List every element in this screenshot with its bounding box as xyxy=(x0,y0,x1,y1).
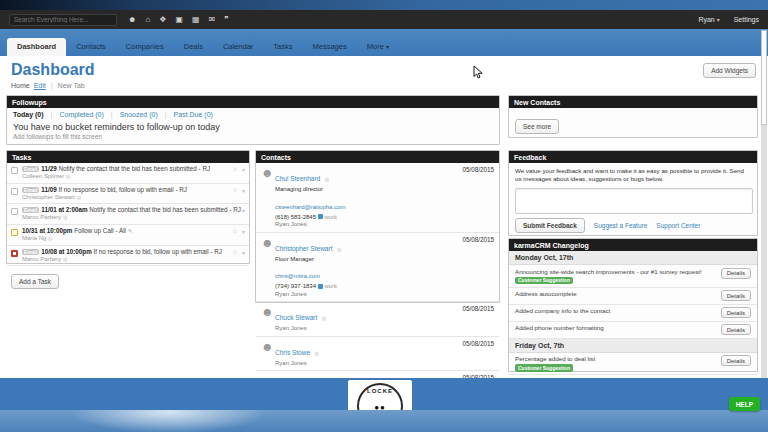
followups-tab-snoozed[interactable]: Snoozed (0) xyxy=(120,111,158,118)
contacts-panel: Contacts ☻ Chul Steenhard ◎ Managing dir… xyxy=(255,150,500,303)
changelog-entry: Added company info to the contact Detail… xyxy=(509,305,757,322)
briefcase-icon[interactable]: ▣ xyxy=(175,16,183,24)
breadcrumb: HomeEdit|New Tab xyxy=(11,82,85,89)
chevron-down-icon: ▾ xyxy=(717,17,720,23)
contact-email-link[interactable]: csteenhard@ratiopha.com xyxy=(275,204,345,210)
contact-row[interactable]: ☻ Chul Steenhard ◎ Managing director cst… xyxy=(256,163,499,233)
tab-messages[interactable]: Messages xyxy=(303,38,357,56)
customer-suggestion-badge: Customer Suggestion xyxy=(515,364,573,372)
feedback-panel: Feedback We value your feedback and want… xyxy=(508,150,758,236)
person-icon[interactable]: ☻ xyxy=(128,16,136,24)
chevron-down-icon[interactable]: ▾ xyxy=(242,166,245,173)
scrollbar-thumb[interactable] xyxy=(761,30,767,125)
task-assignee: Marco Parbery xyxy=(22,256,61,262)
contact-name-link[interactable]: Christopher Stewart xyxy=(275,245,332,252)
chat-icon[interactable]: ❞ xyxy=(224,16,228,24)
deals-icon[interactable]: ❖ xyxy=(159,16,166,24)
customer-suggestion-badge: Customer Suggestion xyxy=(515,277,573,285)
see-more-button[interactable]: See more xyxy=(515,119,559,134)
logo-text: LOCKE xyxy=(359,388,401,394)
avatar: ☻ xyxy=(261,167,275,229)
contact-name-link[interactable]: Chuck Stewart xyxy=(275,314,317,321)
mail-icon[interactable]: ✉ xyxy=(209,16,216,24)
changelog-date-row: Friday Oct, 7th xyxy=(509,339,757,353)
contact-owner: Ryan Jones xyxy=(275,221,462,229)
task-checkbox[interactable] xyxy=(11,167,18,174)
tab-tasks[interactable]: Tasks xyxy=(263,38,302,56)
add-task-button[interactable]: Add a Task xyxy=(11,274,59,289)
tab-more[interactable]: More ▾ xyxy=(357,38,399,56)
task-row[interactable]: 10/31 at 10:00pm Follow up Call - All ✎ … xyxy=(7,225,249,246)
settings-link[interactable]: Settings xyxy=(734,16,759,23)
flag-icon[interactable]: ⚐ xyxy=(233,166,238,173)
details-button[interactable]: Details xyxy=(721,290,751,301)
chevron-down-icon[interactable]: ▾ xyxy=(242,187,245,194)
scrollbar[interactable] xyxy=(761,30,767,378)
main-nav: Dashboard Contacts Companies Deals Calen… xyxy=(0,29,768,56)
breadcrumb-edit-link[interactable]: Edit xyxy=(34,82,46,89)
contact-row[interactable]: ☻ Chris Stowe ◎ Ryan Jones 05/08/2015 xyxy=(256,337,499,372)
topbar-quick-icons: ☻ ⌂ ❖ ▣ ▦ ✉ ❞ xyxy=(128,16,229,24)
task-checkbox[interactable] xyxy=(11,188,18,195)
task-row[interactable]: Email11/09 If no response to bid, follow… xyxy=(7,184,249,205)
tab-dashboard[interactable]: Dashboard xyxy=(7,38,66,56)
changelog-entry: Address autocomplete Details xyxy=(509,288,757,305)
task-text: If no response to bid, follow up with em… xyxy=(59,186,187,193)
task-checkbox[interactable] xyxy=(11,208,18,215)
tab-deals[interactable]: Deals xyxy=(174,38,213,56)
support-center-link[interactable]: Support Center xyxy=(656,222,700,229)
breadcrumb-home[interactable]: Home xyxy=(11,82,30,89)
task-checkbox[interactable] xyxy=(11,229,18,236)
tab-companies[interactable]: Companies xyxy=(116,38,174,56)
details-button[interactable]: Details xyxy=(721,307,751,318)
changelog-entry-text: Announcing site-wide search improvements… xyxy=(515,268,702,275)
chevron-down-icon[interactable]: ▾ xyxy=(242,249,245,256)
followups-tab-completed[interactable]: Completed (0) xyxy=(59,111,103,118)
task-type-badge: Email xyxy=(22,166,39,172)
phone-label: work xyxy=(324,283,337,289)
user-menu[interactable]: Ryan ▾ xyxy=(698,16,719,23)
tab-calendar[interactable]: Calendar xyxy=(213,38,263,56)
user-name: Ryan xyxy=(698,16,714,23)
suggest-feature-link[interactable]: Suggest a Feature xyxy=(594,222,647,229)
task-row[interactable]: Email11/01 at 2:00am Notify the contact … xyxy=(7,204,249,225)
details-button[interactable]: Details xyxy=(721,355,751,366)
flag-icon[interactable]: ⚐ xyxy=(233,207,238,214)
task-assignee: Maria Ng xyxy=(22,235,46,241)
contact-name-link[interactable]: Chris Stowe xyxy=(275,349,310,356)
task-row[interactable]: Email10/08 at 10:00pm If no response to … xyxy=(7,246,249,267)
details-button[interactable]: Details xyxy=(721,324,751,335)
details-button[interactable]: Details xyxy=(721,268,751,279)
info-icon: ◎ xyxy=(337,246,341,252)
flag-icon[interactable]: ⚐ xyxy=(233,249,238,256)
divider: | xyxy=(111,111,113,118)
contact-name-link[interactable]: Chul Steenhard xyxy=(275,175,320,182)
calendar-icon[interactable]: ▦ xyxy=(192,16,200,24)
avatar: ☻ xyxy=(261,341,275,368)
feedback-textarea[interactable] xyxy=(515,188,753,214)
submit-feedback-button[interactable]: Submit Feedback xyxy=(515,218,585,233)
task-checkbox[interactable] xyxy=(11,250,18,257)
contact-owner: Ryan Jones xyxy=(275,325,462,333)
add-widgets-button[interactable]: Add Widgets xyxy=(703,63,756,78)
changelog-panel: karmaCRM Changelog Monday Oct, 17th Anno… xyxy=(508,238,758,372)
chevron-down-icon[interactable]: ▾ xyxy=(242,207,245,214)
changelog-header: karmaCRM Changelog xyxy=(509,239,757,251)
changelog-entry: Announcing site-wide search improvements… xyxy=(509,265,757,288)
contact-email-link[interactable]: chris@mitra.com xyxy=(275,273,320,279)
contact-row[interactable]: ☻ Christopher Stewart ◎ Floor Manager ch… xyxy=(256,233,499,303)
search-input[interactable] xyxy=(9,14,117,26)
chevron-down-icon[interactable]: ▾ xyxy=(242,228,245,235)
followups-tab-pastdue[interactable]: Past Due (0) xyxy=(174,111,213,118)
company-icon[interactable]: ⌂ xyxy=(145,16,150,24)
tab-contacts[interactable]: Contacts xyxy=(66,38,116,56)
contact-row[interactable]: ☻ Chuck Stewart ◎ Ryan Jones 05/08/2015 xyxy=(256,302,499,337)
help-button[interactable]: HELP xyxy=(729,397,760,411)
contact-phone: (734) 937-1834 xyxy=(275,283,316,289)
flag-icon[interactable]: ⚐ xyxy=(233,228,238,235)
followups-tab-today[interactable]: Today (0) xyxy=(13,111,44,118)
new-tab-link[interactable]: New Tab xyxy=(58,82,85,89)
flag-icon[interactable]: ⚐ xyxy=(233,187,238,194)
task-row[interactable]: Email11/29 Notify the contact that the b… xyxy=(7,163,249,184)
task-assignee: Marco Parbery xyxy=(22,214,61,220)
